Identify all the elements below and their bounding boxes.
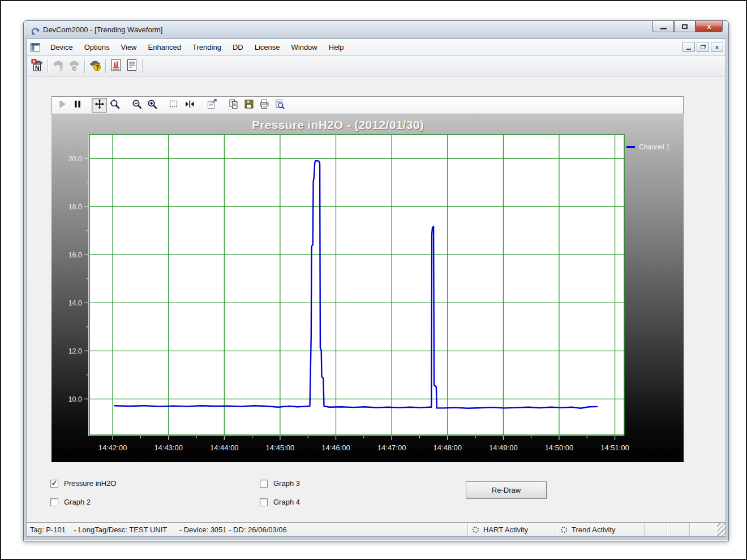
pause-icon xyxy=(72,98,83,112)
graph-toggle-graph4[interactable]: ✓ Graph 4 xyxy=(260,498,300,506)
disconnect-phone-icon xyxy=(67,58,81,74)
x-tick-label: 14:49:00 xyxy=(489,443,518,452)
trend-activity-led-icon xyxy=(561,527,567,533)
hart-activity-panel: HART Activity xyxy=(467,523,556,536)
properties-button[interactable] xyxy=(204,98,219,113)
save-button[interactable] xyxy=(241,98,256,113)
close-button[interactable]: x xyxy=(696,21,723,32)
print-preview-button[interactable] xyxy=(272,98,287,113)
chart-toolbar xyxy=(51,96,684,114)
app-toolbar: N?? xyxy=(26,56,726,76)
trend-activity-panel: Trend Activity xyxy=(556,523,644,536)
maximize-button[interactable] xyxy=(674,21,696,32)
pan-button[interactable] xyxy=(92,98,107,113)
x-tick-label: 14:43:00 xyxy=(154,443,183,452)
mdi-minimize-button[interactable] xyxy=(682,42,695,52)
legend-label: Channel 1 xyxy=(639,143,670,151)
graph-toggle-graph2[interactable]: ✓ Graph 2 xyxy=(50,498,91,506)
pan-icon xyxy=(94,98,105,112)
print-button[interactable] xyxy=(256,98,272,113)
title-bar: DevCom2000 - [Trending Waveform] x xyxy=(26,21,726,38)
checkbox-graph2[interactable]: ✓ xyxy=(50,498,58,506)
redraw-button[interactable]: Re-Draw xyxy=(466,481,547,498)
graph-toggle-graph3[interactable]: ✓ Graph 3 xyxy=(260,479,300,488)
mdi-restore-button[interactable] xyxy=(697,42,709,52)
status-empty-panel xyxy=(689,523,716,536)
zoom-out-icon xyxy=(131,98,143,112)
mdi-minimize-icon xyxy=(686,49,691,50)
trend-document-button[interactable] xyxy=(108,58,124,74)
resize-grip[interactable] xyxy=(716,523,725,536)
play-icon xyxy=(57,98,68,112)
status-device-info: Tag: P-101 - LongTag/Desc: TEST UNIT - D… xyxy=(27,523,467,536)
new-poll-icon: N xyxy=(31,58,44,74)
menu-item-trending[interactable]: Trending xyxy=(187,40,227,54)
x-tick-label: 14:48:00 xyxy=(433,443,462,452)
hart-activity-led-icon xyxy=(473,527,479,533)
y-tick-label: 10.0 xyxy=(68,395,82,403)
menu-item-window[interactable]: Window xyxy=(286,40,323,54)
notes-document-button[interactable] xyxy=(124,58,140,74)
checkbox-graph3[interactable]: ✓ xyxy=(260,480,268,488)
window-title: DevCom2000 - [Trending Waveform] xyxy=(43,25,162,34)
hart-activity-label: HART Activity xyxy=(483,525,528,534)
disconnect-phone-button xyxy=(66,58,82,74)
query-phone-icon: ? xyxy=(88,58,102,74)
toolbar-separator xyxy=(105,59,106,73)
trend-document-icon xyxy=(109,58,123,74)
print-preview-icon xyxy=(274,98,285,112)
checkbox-graph4[interactable]: ✓ xyxy=(260,498,268,506)
query-phone-button[interactable]: ? xyxy=(87,58,103,74)
checkbox-pressure[interactable]: ✓ xyxy=(50,480,58,488)
check-mark-icon: ✓ xyxy=(51,479,57,487)
mdi-close-icon: x xyxy=(715,44,719,50)
svg-text:?: ? xyxy=(96,64,100,71)
data-cursor-icon xyxy=(184,98,195,112)
menu-item-view[interactable]: View xyxy=(115,40,143,54)
plot-area[interactable] xyxy=(89,135,624,435)
trend-plot-svg[interactable]: 10.012.014.016.018.020.014:42:0014:43:00… xyxy=(51,114,684,462)
graph-toggle-pressure[interactable]: ✓ Pressure inH2O xyxy=(50,479,116,488)
y-tick-label: 12.0 xyxy=(68,347,82,355)
trend-activity-label: Trend Activity xyxy=(572,525,616,534)
client-area: Pressure inH2O - (2012/01/30) 10.012.014… xyxy=(26,76,726,523)
copy-button[interactable] xyxy=(226,98,241,113)
zoom-out-button[interactable] xyxy=(129,98,144,113)
x-tick-label: 14:50:00 xyxy=(545,443,574,452)
toolbar-separator xyxy=(48,59,48,73)
checkbox-label-graph2: Graph 2 xyxy=(64,498,91,506)
notes-document-icon xyxy=(125,58,139,74)
checkbox-label-graph4: Graph 4 xyxy=(273,498,300,506)
data-cursor-button[interactable] xyxy=(182,98,197,113)
menu-bar: DeviceOptionsViewEnhancedTrendingDDLicen… xyxy=(26,38,726,56)
x-tick-label: 14:47:00 xyxy=(377,443,406,452)
maximize-icon xyxy=(682,24,688,29)
pause-button[interactable] xyxy=(70,98,85,113)
toolbar-separator xyxy=(84,59,85,73)
menu-item-dd[interactable]: DD xyxy=(227,40,249,54)
legend-swatch-channel1 xyxy=(626,146,635,148)
status-empty-panel xyxy=(667,523,689,536)
y-tick-label: 14.0 xyxy=(68,299,82,307)
new-poll-button[interactable]: N xyxy=(29,58,45,74)
menu-item-device[interactable]: Device xyxy=(45,40,79,54)
menu-item-enhanced[interactable]: Enhanced xyxy=(143,40,187,54)
screenshot-root: DevCom2000 - [Trending Waveform] x Devic… xyxy=(0,0,747,560)
minimize-button[interactable] xyxy=(652,21,674,32)
svg-text:?: ? xyxy=(59,64,63,71)
mdi-close-button[interactable]: x xyxy=(711,42,723,52)
status-bar: Tag: P-101 - LongTag/Desc: TEST UNIT - D… xyxy=(26,523,726,537)
select-region-button[interactable] xyxy=(166,98,182,113)
properties-icon xyxy=(206,98,217,112)
zoom-box-button[interactable] xyxy=(107,98,122,113)
menu-item-help[interactable]: Help xyxy=(323,40,350,54)
window-controls: x xyxy=(652,21,723,32)
mdi-window-controls: x xyxy=(682,42,723,52)
y-tick-label: 16.0 xyxy=(68,251,82,259)
menu-item-license[interactable]: License xyxy=(249,40,286,54)
chart-region: Pressure inH2O - (2012/01/30) 10.012.014… xyxy=(51,114,684,462)
zoom-in-button[interactable] xyxy=(144,98,160,113)
app-phone-icon xyxy=(29,25,40,35)
menu-item-options[interactable]: Options xyxy=(79,40,115,54)
print-icon xyxy=(259,98,270,112)
